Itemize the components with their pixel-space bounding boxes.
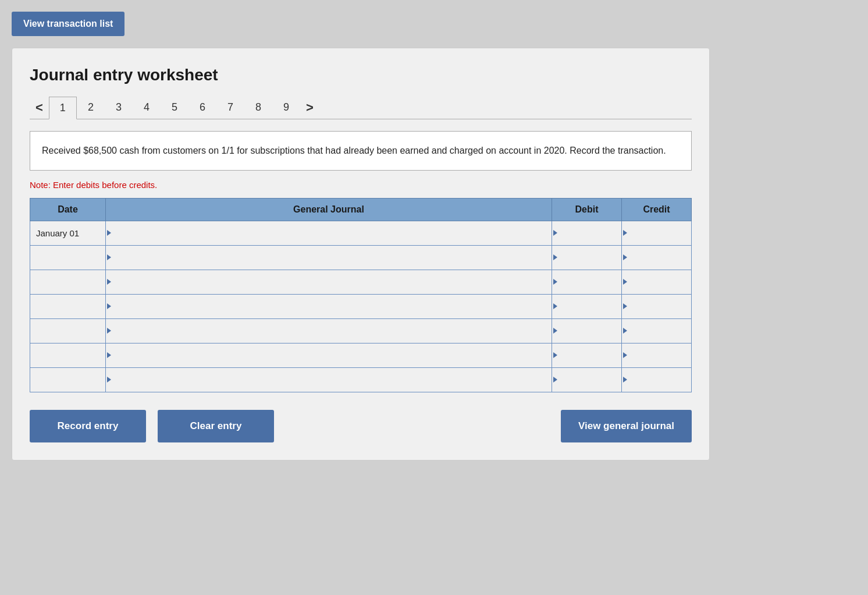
debit-cell-1[interactable]: [552, 221, 622, 245]
credit-cell-1[interactable]: [622, 221, 692, 245]
journal-cell-7[interactable]: [106, 367, 552, 392]
view-transaction-list-button[interactable]: View transaction list: [12, 12, 124, 36]
tab-next-button[interactable]: >: [300, 97, 319, 118]
cell-indicator-icon: [553, 230, 557, 236]
journal-input-1[interactable]: [106, 221, 552, 245]
cell-indicator-icon: [623, 352, 627, 358]
cell-indicator-icon: [107, 352, 111, 358]
journal-input-5[interactable]: [106, 319, 552, 343]
view-general-journal-button[interactable]: View general journal: [561, 410, 692, 442]
action-buttons-row: Record entry Clear entry View general jo…: [30, 410, 692, 442]
debit-cell-2[interactable]: [552, 245, 622, 270]
table-row: [30, 270, 692, 294]
debit-input-1[interactable]: [552, 221, 621, 245]
debit-cell-5[interactable]: [552, 318, 622, 343]
cell-indicator-icon: [553, 254, 557, 260]
record-entry-button[interactable]: Record entry: [30, 410, 146, 442]
date-cell-3: [30, 270, 106, 294]
table-row: [30, 294, 692, 318]
debit-input-3[interactable]: [552, 270, 621, 294]
tab-1[interactable]: 1: [49, 97, 77, 119]
date-cell-7: [30, 367, 106, 392]
credit-cell-7[interactable]: [622, 367, 692, 392]
journal-input-4[interactable]: [106, 295, 552, 318]
credit-input-3[interactable]: [622, 270, 691, 294]
credit-cell-6[interactable]: [622, 343, 692, 367]
journal-cell-2[interactable]: [106, 245, 552, 270]
worksheet-container: Journal entry worksheet < 1 2 3 4 5 6 7 …: [12, 48, 710, 461]
cell-indicator-icon: [623, 279, 627, 285]
date-cell-2: [30, 245, 106, 270]
journal-input-3[interactable]: [106, 270, 552, 294]
journal-cell-5[interactable]: [106, 318, 552, 343]
cell-indicator-icon: [553, 352, 557, 358]
tab-3[interactable]: 3: [105, 96, 133, 119]
cell-indicator-icon: [107, 254, 111, 260]
cell-indicator-icon: [553, 377, 557, 382]
credit-cell-5[interactable]: [622, 318, 692, 343]
debit-cell-6[interactable]: [552, 343, 622, 367]
debit-input-7[interactable]: [552, 368, 621, 392]
credit-input-6[interactable]: [622, 343, 691, 367]
worksheet-title: Journal entry worksheet: [30, 66, 692, 84]
date-cell-6: [30, 343, 106, 367]
cell-indicator-icon: [107, 279, 111, 285]
table-row: [30, 245, 692, 270]
debit-input-4[interactable]: [552, 295, 621, 318]
debit-cell-4[interactable]: [552, 294, 622, 318]
clear-entry-button[interactable]: Clear entry: [158, 410, 274, 442]
cell-indicator-icon: [553, 328, 557, 334]
tab-8[interactable]: 8: [244, 96, 272, 119]
cell-indicator-icon: [107, 377, 111, 382]
debit-input-6[interactable]: [552, 343, 621, 367]
debit-cell-3[interactable]: [552, 270, 622, 294]
col-header-debit: Debit: [552, 198, 622, 221]
tab-9[interactable]: 9: [272, 96, 300, 119]
journal-input-6[interactable]: [106, 343, 552, 367]
date-cell-4: [30, 294, 106, 318]
tab-prev-button[interactable]: <: [30, 97, 49, 118]
journal-input-7[interactable]: [106, 368, 552, 392]
journal-table: Date General Journal Debit Credit Januar…: [30, 198, 692, 392]
credit-cell-4[interactable]: [622, 294, 692, 318]
col-header-credit: Credit: [622, 198, 692, 221]
journal-input-2[interactable]: [106, 246, 552, 270]
col-header-date: Date: [30, 198, 106, 221]
cell-indicator-icon: [623, 377, 627, 382]
credit-input-2[interactable]: [622, 246, 691, 270]
cell-indicator-icon: [553, 279, 557, 285]
credit-input-1[interactable]: [622, 221, 691, 245]
journal-cell-4[interactable]: [106, 294, 552, 318]
cell-indicator-icon: [623, 254, 627, 260]
tabs-container: < 1 2 3 4 5 6 7 8 9 >: [30, 96, 692, 119]
cell-indicator-icon: [107, 303, 111, 309]
tab-2[interactable]: 2: [77, 96, 105, 119]
credit-cell-2[interactable]: [622, 245, 692, 270]
cell-indicator-icon: [107, 328, 111, 334]
journal-cell-1[interactable]: [106, 221, 552, 245]
credit-input-7[interactable]: [622, 368, 691, 392]
debit-cell-7[interactable]: [552, 367, 622, 392]
debit-input-5[interactable]: [552, 319, 621, 343]
journal-cell-3[interactable]: [106, 270, 552, 294]
credit-input-5[interactable]: [622, 319, 691, 343]
cell-indicator-icon: [623, 230, 627, 236]
credit-cell-3[interactable]: [622, 270, 692, 294]
table-row: [30, 343, 692, 367]
credit-input-4[interactable]: [622, 295, 691, 318]
tab-5[interactable]: 5: [161, 96, 188, 119]
debit-input-2[interactable]: [552, 246, 621, 270]
cell-indicator-icon: [623, 303, 627, 309]
table-row: [30, 367, 692, 392]
cell-indicator-icon: [623, 328, 627, 334]
tab-6[interactable]: 6: [188, 96, 216, 119]
journal-cell-6[interactable]: [106, 343, 552, 367]
col-header-journal: General Journal: [106, 198, 552, 221]
tab-7[interactable]: 7: [216, 96, 244, 119]
cell-indicator-icon: [553, 303, 557, 309]
table-row: [30, 318, 692, 343]
date-cell-1: January 01: [30, 221, 106, 245]
tab-4[interactable]: 4: [133, 96, 161, 119]
cell-indicator-icon: [107, 230, 111, 236]
transaction-description: Received $68,500 cash from customers on …: [30, 131, 692, 171]
